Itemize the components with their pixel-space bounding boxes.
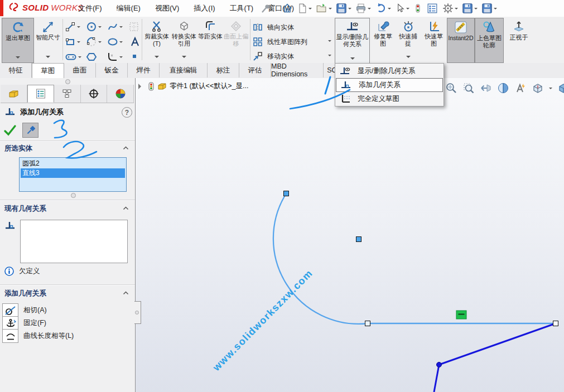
point-tool-button[interactable]	[131, 52, 138, 60]
menu-item-file[interactable]: 文件(F)	[78, 3, 102, 13]
normal-to-button[interactable]: 正视于	[505, 18, 532, 62]
dropdown-caret[interactable]	[119, 41, 123, 45]
text-tool-button[interactable]	[129, 36, 141, 47]
dropdown-caret[interactable]	[77, 26, 80, 30]
menu-item-insert[interactable]: 插入(I)	[194, 3, 215, 13]
home-button[interactable]	[281, 2, 294, 15]
existing-relations-listbox[interactable]	[20, 220, 128, 263]
dropdown-caret[interactable]	[455, 8, 458, 11]
sketch-point-arc-center[interactable]	[356, 237, 361, 242]
fillet-tool-button[interactable]	[107, 51, 123, 62]
exit-sketch-button[interactable]: 退出草图	[2, 18, 34, 63]
tab-mbd-dimensions[interactable]: MBD Dimensions	[271, 63, 324, 78]
panel-tab-featuremanager[interactable]	[1, 85, 27, 103]
panel-tab-configurations[interactable]	[54, 85, 81, 103]
graphics-area[interactable]: 零件1 (默认<<默认>_显...	[135, 78, 564, 392]
instant2d-button[interactable]: Instant2D	[447, 18, 475, 63]
panel-collapse-handle[interactable]	[134, 301, 141, 324]
tab-features[interactable]: 特征	[0, 63, 32, 78]
dropdown-caret[interactable]	[406, 56, 411, 60]
repair-sketch-button[interactable]: 修复草图	[371, 18, 395, 62]
menu-item-display-delete-relations[interactable]: 显示/删除几何关系	[335, 64, 444, 78]
tab-evaluate[interactable]: 评估	[239, 63, 271, 78]
keep-visible-pin-button[interactable]	[22, 123, 38, 138]
sketch-line-angled[interactable]	[434, 323, 556, 392]
dropdown-caret[interactable]	[494, 8, 497, 11]
selected-entities-listbox[interactable]: 圆弧2 直线3	[19, 157, 127, 192]
save-button-2[interactable]	[461, 2, 478, 15]
dropdown-caret[interactable]	[350, 57, 355, 62]
quick-snaps-button[interactable]: 快速捕捉	[396, 18, 420, 62]
select-button[interactable]	[394, 2, 410, 15]
sketch-point-vertex[interactable]	[437, 362, 442, 367]
ok-button[interactable]	[3, 124, 17, 137]
menu-item-edit[interactable]: 编辑(E)	[117, 3, 141, 13]
dropdown-caret[interactable]	[77, 41, 80, 45]
undo-button[interactable]	[374, 2, 392, 15]
save-button-3[interactable]	[480, 2, 498, 15]
pin-menu-icon[interactable]	[260, 3, 271, 14]
dropdown-caret[interactable]	[16, 56, 20, 61]
open-button[interactable]	[315, 2, 332, 15]
dropdown-caret[interactable]	[78, 56, 81, 60]
menu-item-fully-define-sketch[interactable]: 完全定义草图	[335, 92, 444, 106]
offset-entities-button[interactable]: 等距实体	[198, 18, 223, 62]
rapid-sketch-button[interactable]: 快速草图	[422, 18, 446, 62]
dropdown-caret[interactable]	[388, 8, 391, 11]
new-document-button[interactable]	[296, 2, 312, 15]
panel-tab-dimxpert[interactable]	[81, 85, 108, 103]
menu-item-add-relations[interactable]: 添加几何关系	[336, 78, 443, 92]
menu-item-view[interactable]: 视图(V)	[155, 3, 179, 13]
circle-tool-button[interactable]	[86, 21, 102, 32]
dropdown-caret[interactable]	[182, 56, 186, 60]
collapse-chevron-icon[interactable]	[123, 291, 129, 295]
dropdown-caret[interactable]	[348, 8, 351, 11]
panel-tab-displaymanager[interactable]	[107, 85, 134, 103]
mirror-entities-button[interactable]: 镜向实体	[252, 21, 334, 34]
slot-tool-button[interactable]	[65, 51, 81, 62]
dropdown-caret[interactable]	[98, 26, 102, 30]
arc-tool-button[interactable]	[86, 36, 102, 47]
section-splitter-handle[interactable]	[71, 193, 76, 198]
dropdown-caret[interactable]	[308, 8, 312, 11]
collapse-chevron-icon[interactable]	[123, 146, 129, 150]
dropdown-caret[interactable]	[474, 8, 478, 11]
sketch-point-arc-line-junction[interactable]	[365, 321, 370, 326]
dropdown-caret[interactable]	[328, 55, 331, 58]
sketch-canvas[interactable]	[135, 78, 564, 392]
collapse-chevron-icon[interactable]	[123, 206, 129, 210]
fix-relation-button[interactable]: 固定(F)	[2, 316, 46, 330]
save-button[interactable]	[335, 2, 352, 15]
dropdown-caret[interactable]	[119, 26, 123, 30]
panel-edge-grip[interactable]	[135, 311, 139, 314]
convert-entities-button[interactable]: 转换实体引用	[171, 18, 197, 62]
display-delete-relations-button[interactable]: 显示/删除几何关系	[335, 18, 370, 64]
settings-button[interactable]	[441, 2, 459, 15]
spline-tool-button[interactable]	[107, 21, 123, 32]
dropdown-caret[interactable]	[98, 41, 102, 45]
dropdown-caret[interactable]	[329, 8, 332, 11]
dropdown-caret[interactable]	[368, 8, 371, 11]
tab-annotation[interactable]: 标注	[208, 63, 239, 78]
tab-sheet-metal[interactable]: 钣金	[96, 63, 128, 78]
dropdown-caret[interactable]	[119, 56, 123, 60]
dropdown-caret[interactable]	[155, 56, 159, 60]
rebuild-button[interactable]	[412, 2, 423, 15]
shaded-contours-button[interactable]: 上色草图轮廓	[475, 18, 504, 63]
menu-item-tools[interactable]: 工具(T)	[230, 3, 254, 13]
list-item-arc2[interactable]: 圆弧2	[21, 159, 125, 168]
ellipse-tool-button[interactable]	[107, 36, 123, 47]
dropdown-caret[interactable]	[328, 40, 331, 43]
dropdown-caret[interactable]	[46, 56, 50, 60]
tab-weldments[interactable]: 焊件	[128, 63, 160, 78]
surface-offset-button[interactable]: 曲面上偏移	[224, 18, 248, 62]
equal-curve-length-button[interactable]: 曲线长度相等(L)	[2, 329, 74, 343]
polygon-tool-button[interactable]	[86, 51, 97, 62]
list-item-line3[interactable]: 直线3	[21, 168, 125, 178]
sketch-point-line-end[interactable]	[553, 321, 558, 326]
tangent-relation-button[interactable]: 相切(A)	[2, 303, 47, 317]
tab-sketch[interactable]: 草图	[32, 63, 64, 79]
rectangle-tool-button[interactable]	[65, 36, 80, 47]
sketch-point-arc-start[interactable]	[284, 191, 289, 196]
horizontal-relation-badge[interactable]	[456, 311, 466, 319]
